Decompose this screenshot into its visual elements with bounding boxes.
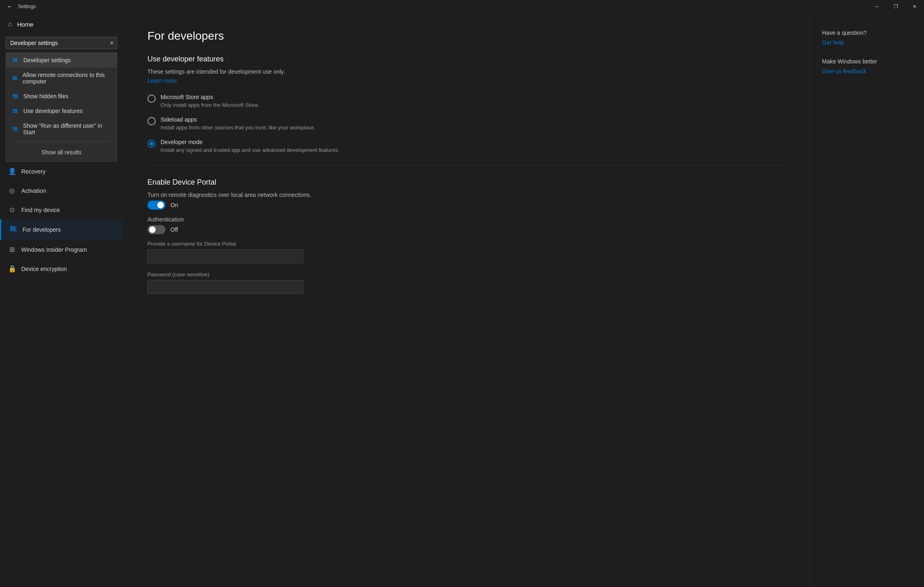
svg-rect-3 — [14, 58, 15, 60]
sliders-icon-2 — [12, 75, 18, 81]
device-portal-desc: Turn on remote diagnostics over local ar… — [147, 192, 785, 198]
device-portal-title: Enable Device Portal — [147, 178, 785, 187]
help-section: Have a question? Get help — [822, 29, 912, 46]
minimize-button[interactable]: ─ — [867, 0, 886, 13]
svg-rect-14 — [16, 95, 17, 97]
radio-sideload[interactable] — [147, 117, 156, 125]
auth-toggle-label: Off — [170, 226, 178, 233]
svg-rect-7 — [12, 79, 17, 80]
give-feedback-link[interactable]: Give us feedback — [822, 68, 912, 75]
svg-rect-27 — [10, 230, 16, 231]
radio-content-developer-mode: Developer mode Install any signed and tr… — [161, 139, 785, 153]
password-input[interactable] — [147, 280, 303, 294]
radio-label-developer-mode: Developer mode — [161, 139, 785, 145]
radio-microsoft-store[interactable] — [147, 95, 156, 103]
help-title: Have a question? — [822, 29, 912, 36]
device-portal-toggle[interactable] — [147, 201, 165, 210]
sidebar: ⌂ Home ✕ Developer settings Allow remote… — [0, 13, 123, 587]
radio-option-developer-mode: Developer mode Install any signed and tr… — [147, 139, 785, 153]
main-content: For developers Use developer features Th… — [123, 13, 809, 587]
radio-developer-mode[interactable] — [147, 140, 156, 148]
svg-rect-10 — [13, 95, 18, 95]
svg-rect-5 — [12, 77, 17, 77]
password-label: Password (case sensitive) — [147, 271, 785, 278]
radio-content-microsoft-store: Microsoft Store apps Only install apps f… — [161, 94, 785, 108]
dropdown-label-allow-remote: Allow remote connections to this compute… — [23, 72, 111, 85]
page-title: For developers — [147, 29, 785, 43]
sidebar-label-activation: Activation — [21, 187, 46, 194]
sidebar-label-find-my-device: Find my device — [21, 207, 60, 213]
close-button[interactable]: ✕ — [905, 0, 924, 13]
feedback-title: Make Windows better — [822, 58, 912, 65]
svg-rect-24 — [16, 128, 16, 130]
right-panel: Have a question? Get help Make Windows b… — [809, 13, 924, 587]
sidebar-item-device-encryption[interactable]: 🔒 Device encryption — [0, 259, 123, 278]
search-input[interactable] — [6, 37, 117, 49]
dropdown-item-show-run-as[interactable]: Show "Run as different user" in Start — [6, 118, 117, 140]
dropdown-item-allow-remote[interactable]: Allow remote connections to this compute… — [6, 68, 117, 89]
username-input[interactable] — [147, 249, 303, 263]
svg-rect-21 — [12, 129, 17, 129]
dropdown-item-developer-settings[interactable]: Developer settings — [6, 53, 117, 68]
app-body: ⌂ Home ✕ Developer settings Allow remote… — [0, 13, 924, 587]
dropdown-item-use-developer[interactable]: Use developer features — [6, 104, 117, 118]
use-dev-features-title: Use developer features — [147, 55, 785, 63]
auth-toggle[interactable] — [147, 225, 165, 234]
sidebar-item-recovery[interactable]: 👤 Recovery — [0, 162, 123, 181]
svg-rect-28 — [11, 226, 11, 228]
window-controls: ─ ❐ ✕ — [867, 0, 924, 13]
device-portal-toggle-row: On — [147, 201, 785, 210]
check-circle-icon: ◎ — [8, 187, 16, 194]
get-help-link[interactable]: Get help — [822, 39, 912, 46]
sidebar-item-windows-insider[interactable]: ⊞ Windows Insider Program — [0, 240, 123, 259]
sidebar-item-find-my-device[interactable]: ⊙ Find my device — [0, 200, 123, 219]
svg-rect-12 — [13, 97, 18, 98]
device-portal-toggle-knob — [157, 202, 164, 208]
svg-rect-4 — [16, 59, 17, 61]
search-container: ✕ — [6, 37, 117, 49]
clear-search-icon[interactable]: ✕ — [110, 40, 114, 46]
svg-rect-11 — [13, 96, 18, 97]
sidebar-item-activation[interactable]: ◎ Activation — [0, 181, 123, 200]
svg-rect-22 — [12, 130, 17, 131]
section-divider — [147, 165, 785, 166]
person-icon: 👤 — [8, 167, 16, 175]
svg-rect-6 — [12, 78, 17, 79]
home-nav-item[interactable]: ⌂ Home — [0, 13, 123, 35]
sliders-icon-5 — [12, 126, 18, 132]
radio-label-sideload: Sideload apps — [161, 116, 785, 123]
sidebar-label-device-encryption: Device encryption — [21, 266, 67, 272]
auth-toggle-row: Off — [147, 225, 785, 234]
title-bar-title: Settings — [18, 4, 36, 9]
restore-button[interactable]: ❐ — [886, 0, 905, 13]
sliders-nav-icon — [9, 225, 17, 234]
sidebar-label-windows-insider: Windows Insider Program — [21, 246, 87, 253]
dropdown-item-show-hidden[interactable]: Show hidden files — [6, 89, 117, 104]
sliders-icon-4 — [12, 108, 18, 114]
lock-icon: 🔒 — [8, 265, 16, 273]
username-label: Provide a username for Device Portal — [147, 241, 785, 247]
svg-rect-17 — [13, 112, 18, 113]
radio-option-microsoft-store: Microsoft Store apps Only install apps f… — [147, 94, 785, 108]
sidebar-item-for-developers[interactable]: For developers — [0, 219, 123, 240]
dropdown-divider — [12, 141, 111, 142]
svg-rect-19 — [16, 110, 17, 112]
auth-label: Authentication — [147, 216, 785, 223]
show-all-results-button[interactable]: Show all results — [12, 143, 111, 161]
person-circle-icon: ⊙ — [8, 206, 16, 214]
device-portal-toggle-label: On — [170, 202, 178, 208]
svg-rect-2 — [13, 61, 18, 62]
svg-rect-0 — [13, 59, 18, 59]
svg-rect-23 — [14, 126, 14, 129]
svg-rect-1 — [13, 60, 18, 61]
sliders-icon — [12, 57, 18, 63]
dropdown-label-use-developer: Use developer features — [23, 108, 83, 114]
feedback-section: Make Windows better Give us feedback — [822, 58, 912, 75]
svg-rect-29 — [14, 228, 14, 230]
radio-content-sideload: Sideload apps Install apps from other so… — [161, 116, 785, 131]
back-button[interactable]: ← — [5, 2, 15, 11]
radio-sublabel-sideload: Install apps from other sources that you… — [161, 124, 785, 131]
svg-rect-26 — [10, 228, 16, 229]
dropdown-label-show-hidden: Show hidden files — [23, 93, 68, 99]
learn-more-link[interactable]: Learn more — [147, 77, 177, 84]
